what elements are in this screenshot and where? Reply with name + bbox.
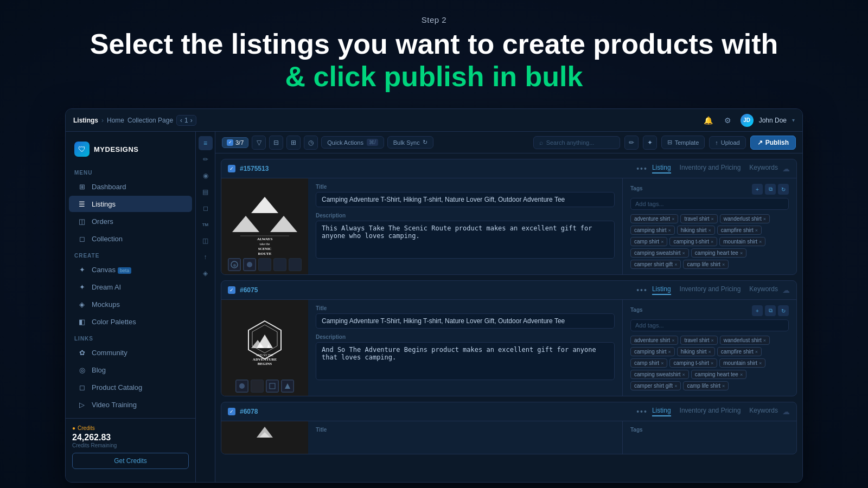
sidebar-item-collection[interactable]: ◻ Collection xyxy=(69,230,192,247)
listing-dots-1[interactable]: ••• xyxy=(636,164,648,173)
sidebar-label-community: Community xyxy=(92,349,127,357)
sidebar-item-video-training[interactable]: ▷ Video Training xyxy=(69,396,192,413)
thumb-1d[interactable] xyxy=(273,258,286,271)
thumb-2c[interactable] xyxy=(266,380,279,393)
listing-header-3: ✓ #6078 ••• Listing Inventory and Pricin… xyxy=(221,402,796,421)
sparkle-icon[interactable]: ✦ xyxy=(643,136,657,150)
thumb-1c[interactable] xyxy=(258,258,271,271)
thumb-1a[interactable]: ⊕ xyxy=(228,258,241,271)
notification-icon[interactable]: 🔔 xyxy=(701,113,716,127)
strip-icon-edit[interactable]: ✏ xyxy=(199,152,213,166)
strip-icon-file[interactable]: ◫ xyxy=(199,234,213,248)
title-input-2[interactable] xyxy=(316,313,615,329)
tab-keywords-3[interactable]: Keywords xyxy=(749,407,778,416)
tag-mountain-shirt-2: mountain shirt× xyxy=(719,358,765,368)
sidebar-label-mockups: Mockups xyxy=(92,300,120,309)
collection-icon: ◻ xyxy=(78,234,86,243)
tags-label-3: Tags xyxy=(630,427,789,433)
hero-subtitle: & click publish in bulk xyxy=(0,60,868,93)
sidebar-item-product-catalog[interactable]: ◻ Product Catalog xyxy=(69,379,192,395)
tab-listing-1[interactable]: Listing xyxy=(652,164,671,174)
breadcrumb-home[interactable]: Home xyxy=(107,117,124,124)
filter-icon[interactable]: ▽ xyxy=(252,136,266,150)
strip-icon-share[interactable]: ↑ xyxy=(199,250,213,264)
tag-input-1[interactable] xyxy=(635,201,784,207)
thumb-2b[interactable] xyxy=(251,380,264,393)
tab-inventory-2[interactable]: Inventory and Pricing xyxy=(680,285,741,295)
svg-text:ROUTE: ROUTE xyxy=(258,252,272,256)
tag-input-field-2[interactable] xyxy=(630,319,789,331)
listing-dots-2[interactable]: ••• xyxy=(636,286,648,294)
tab-keywords-1[interactable]: Keywords xyxy=(749,164,778,174)
get-credits-button[interactable]: Get Credits xyxy=(72,453,189,469)
listing-dots-3[interactable]: ••• xyxy=(636,407,648,416)
sidebar-item-color-palettes[interactable]: ◧ Color Palettes xyxy=(69,313,192,330)
sidebar: 🛡 MYDESIGNS MENU ⊞ Dashboard ☰ Listings … xyxy=(66,132,196,482)
tags-label-1: Tags xyxy=(630,185,643,191)
strip-icon-tag[interactable]: ◈ xyxy=(199,266,213,280)
sidebar-item-blog[interactable]: ◎ Blog xyxy=(69,362,192,378)
listing-checkbox-2[interactable]: ✓ xyxy=(228,286,235,294)
design-svg-3 xyxy=(251,424,278,451)
view-icon[interactable]: ⊞ xyxy=(286,136,301,150)
upload-button[interactable]: ↑ Upload xyxy=(709,136,745,149)
strip-icon-layers[interactable]: ▤ xyxy=(199,185,213,199)
search-input[interactable] xyxy=(546,139,614,146)
title-input-1[interactable] xyxy=(316,192,615,207)
quick-actions-button[interactable]: Quick Actions ⌘/ xyxy=(321,136,384,149)
strip-icon-listing[interactable]: ≡ xyxy=(199,136,213,150)
template-button[interactable]: ⊟ Template xyxy=(661,136,705,149)
svg-text:⊕: ⊕ xyxy=(233,263,237,268)
tab-listing-3[interactable]: Listing xyxy=(652,407,671,416)
tags-refresh-icon-2[interactable]: ↻ xyxy=(778,305,789,316)
search-box[interactable]: ⌕ xyxy=(533,136,620,149)
tag-camping-tshirt-1: camping t-shirt× xyxy=(669,237,717,246)
publish-button[interactable]: ↗ Publish xyxy=(750,136,796,150)
settings-icon[interactable]: ⚙ xyxy=(721,113,735,127)
breadcrumb-next[interactable]: › xyxy=(190,117,193,124)
tags-copy-icon-2[interactable]: ⧉ xyxy=(765,305,776,316)
thumb-2a[interactable] xyxy=(235,380,248,393)
tab-keywords-2[interactable]: Keywords xyxy=(749,285,778,295)
sidebar-item-dashboard[interactable]: ⊞ Dashboard xyxy=(69,178,192,195)
desc-input-2[interactable]: And So The Adventure Begins product make… xyxy=(316,342,615,380)
tab-inventory-3[interactable]: Inventory and Pricing xyxy=(680,407,741,416)
listing-checkbox-1[interactable]: ✓ xyxy=(228,165,235,172)
bulk-sync-button[interactable]: Bulk Sync ↻ xyxy=(387,136,433,149)
user-dropdown-icon[interactable]: ▾ xyxy=(792,117,795,123)
listing-checkbox-3[interactable]: ✓ xyxy=(228,408,235,415)
thumb-2d[interactable] xyxy=(281,380,294,393)
strip-icon-page[interactable]: ◻ xyxy=(199,201,213,215)
tag-input-field-1[interactable] xyxy=(630,198,789,210)
grid-icon[interactable]: ⊟ xyxy=(269,136,283,150)
thumb-1e[interactable] xyxy=(289,258,302,271)
sidebar-item-mockups[interactable]: ◈ Mockups xyxy=(69,296,192,312)
toolbar: ✓ 3/7 ▽ ⊟ ⊞ ◷ Quick Actions ⌘/ Bulk Sync… xyxy=(215,132,802,153)
desc-input-1[interactable]: This Always Take The Scenic Route produc… xyxy=(316,221,615,259)
sidebar-item-dream-ai[interactable]: ✦ Dream AI xyxy=(69,279,192,295)
tags-copy-icon-1[interactable]: ⧉ xyxy=(765,184,776,195)
edit-icon[interactable]: ✏ xyxy=(624,136,639,150)
tags-container-2: adventure shirt× travel shirt× wanderlus… xyxy=(630,336,789,390)
sidebar-item-orders[interactable]: ◫ Orders xyxy=(69,213,192,229)
clock-icon[interactable]: ◷ xyxy=(304,136,318,150)
tag-camp-shirt-2: camp shirt× xyxy=(630,358,667,368)
sidebar-label-product-catalog: Product Catalog xyxy=(92,383,142,391)
tag-input-2[interactable] xyxy=(635,322,784,329)
svg-rect-26 xyxy=(267,381,278,391)
tab-inventory-1[interactable]: Inventory and Pricing xyxy=(680,164,741,174)
sidebar-item-community[interactable]: ✿ Community xyxy=(69,344,192,361)
strip-icon-tm[interactable]: TM xyxy=(199,217,213,232)
tab-listing-2[interactable]: Listing xyxy=(652,285,671,295)
breadcrumb-page[interactable]: Collection Page xyxy=(127,117,173,124)
tags-add-icon-2[interactable]: + xyxy=(752,305,763,316)
sidebar-item-canvas[interactable]: ✦ Canvas beta xyxy=(69,261,192,278)
tags-refresh-icon-1[interactable]: ↻ xyxy=(778,184,789,195)
thumb-1b[interactable] xyxy=(243,258,256,271)
canvas-icon: ✦ xyxy=(78,265,86,274)
breadcrumb-prev[interactable]: ‹ xyxy=(180,117,182,124)
sidebar-item-listings[interactable]: ☰ Listings xyxy=(69,196,192,212)
tags-add-icon-1[interactable]: + xyxy=(752,184,763,195)
strip-icon-eye[interactable]: ◉ xyxy=(199,169,213,183)
tag-camping-heart-tee-1: camping heart tee× xyxy=(691,248,746,258)
